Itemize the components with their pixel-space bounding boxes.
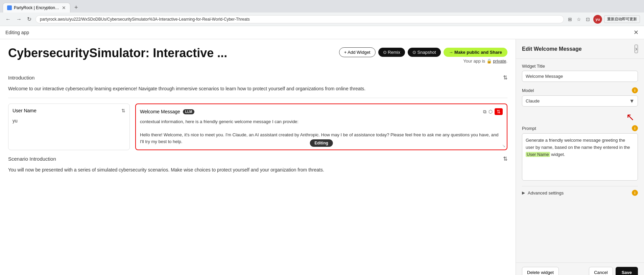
app-layout: CybersecuritySimulator: Interactive ... … — [0, 39, 644, 275]
url-bar[interactable]: partyrock.aws/u/yu222/WxSDoDBUs/Cybersec… — [35, 15, 564, 23]
prompt-info-icon[interactable]: i — [632, 125, 638, 131]
prompt-textarea[interactable]: Generate a friendly welcome message gree… — [522, 133, 638, 181]
tab-bar: PartyRock | Encryption Decry... ✕ + — [0, 0, 644, 13]
resize-handle[interactable]: ↘ — [502, 143, 505, 148]
cancel-button[interactable]: Cancel — [589, 267, 613, 275]
make-public-button[interactable]: → Make public and Share — [444, 48, 508, 57]
app-header: CybersecuritySimulator: Interactive ... … — [8, 46, 507, 64]
extensions-icon[interactable]: ⊡ — [585, 15, 591, 23]
scenario-section: Scenario Introduction ⇅ You will now be … — [8, 150, 507, 179]
model-field-group: Model i Claude Titan Llama ▼ — [522, 87, 638, 107]
refresh-button[interactable]: ↻ — [26, 15, 33, 24]
widget-title-input[interactable] — [522, 71, 638, 82]
red-arrow-annotation: ↙ — [626, 112, 635, 124]
advanced-settings-label: Advanced settings — [528, 190, 564, 196]
app-title: CybersecuritySimulator: Interactive ... — [8, 46, 227, 60]
prompt-highlight: User Name — [526, 152, 550, 157]
translate-icon[interactable]: ⊞ — [567, 15, 573, 23]
widget-title-field-group: Widget Title — [522, 64, 638, 82]
user-name-input[interactable] — [13, 117, 125, 125]
editing-bar-label: Editing app — [5, 30, 29, 35]
back-button[interactable]: ← — [4, 15, 12, 24]
introduction-section: Introduction ⇅ Welcome to our interactiv… — [8, 69, 507, 98]
profile-button[interactable]: yu — [593, 15, 602, 24]
editing-badge: Editing — [310, 139, 333, 147]
prompt-text-before: Generate a friendly welcome message gree… — [526, 138, 631, 150]
prompt-text-after: widget. — [550, 152, 565, 157]
new-tab-button[interactable]: + — [72, 3, 81, 13]
scenario-text: You will now be presented with a series … — [8, 166, 507, 174]
snapshot-button[interactable]: ⊙ Snapshot — [408, 48, 441, 57]
model-label-row: Model i — [522, 87, 638, 93]
welcome-message-widget-controls: ⧉ ⬡ ⇅ — [483, 108, 503, 115]
right-panel: Edit Welcome Message › Widget Title Mode… — [516, 39, 644, 275]
scenario-edit-icon[interactable]: ⇅ — [503, 156, 507, 162]
widget-grid: User Name ⇅ Welcome Message LLM ⧉ ⬡ — [8, 104, 507, 150]
model-info-icon[interactable]: i — [632, 87, 638, 93]
user-name-widget-title: User Name — [13, 108, 37, 113]
add-widget-button[interactable]: + Add Widget — [339, 47, 376, 57]
settings-icon[interactable]: ⇅ — [495, 108, 503, 115]
user-name-settings-icon[interactable]: ⇅ — [121, 108, 125, 113]
advanced-settings-arrow-icon: ▶ — [522, 190, 525, 195]
model-label: Model — [522, 88, 534, 93]
welcome-text-line1: contextual information, here is a friend… — [140, 119, 299, 124]
scenario-header: Scenario Introduction ⇅ — [8, 156, 507, 162]
profile-initials: yu — [596, 17, 600, 21]
panel-footer: Delete widget Cancel Save — [516, 262, 644, 275]
remix-button[interactable]: ⊙ Remix — [378, 48, 405, 57]
welcome-message-widget-header: Welcome Message LLM ⧉ ⬡ ⇅ — [140, 108, 503, 115]
privacy-note: Your app is 🔒 private. — [463, 59, 507, 64]
delete-widget-button[interactable]: Delete widget — [522, 267, 559, 275]
browser-actions: ⊞ ☆ ⊡ yu 重新启动即可更新 — [567, 15, 640, 24]
user-name-widget-header: User Name ⇅ — [13, 108, 125, 113]
url-text: partyrock.aws/u/yu222/WxSDoDBUs/Cybersec… — [40, 17, 250, 22]
update-button[interactable]: 重新启动即可更新 — [604, 15, 640, 23]
welcome-message-widget-title: Welcome Message — [140, 109, 180, 114]
share-icon[interactable]: ⬡ — [488, 108, 493, 115]
model-select-wrap: Claude Titan Llama ▼ — [522, 95, 638, 107]
panel-header: Edit Welcome Message › — [516, 39, 644, 59]
widget-title-label-row: Widget Title — [522, 64, 638, 69]
advanced-settings-row[interactable]: ▶ Advanced settings i — [522, 186, 638, 199]
footer-right-buttons: Cancel Save — [589, 267, 638, 275]
editing-bar: Editing app ✕ — [0, 26, 644, 39]
bookmark-icon[interactable]: ☆ — [575, 15, 582, 23]
forward-button[interactable]: → — [15, 15, 23, 24]
editing-bar-close-button[interactable]: ✕ — [634, 29, 639, 36]
user-name-widget: User Name ⇅ — [8, 104, 130, 150]
introduction-title: Introduction — [8, 75, 34, 81]
welcome-message-widget: Welcome Message LLM ⧉ ⬡ ⇅ contextual inf… — [135, 104, 507, 150]
model-select[interactable]: Claude Titan Llama — [522, 95, 638, 107]
copy-icon[interactable]: ⧉ — [483, 108, 486, 115]
prompt-field-group: Prompt i Generate a friendly welcome mes… — [522, 125, 638, 181]
widget-title-label: Widget Title — [522, 64, 545, 69]
tab-favicon — [7, 5, 12, 10]
header-buttons: + Add Widget ⊙ Remix ⊙ Snapshot → Make p… — [339, 46, 507, 57]
content-area: CybersecuritySimulator: Interactive ... … — [0, 39, 516, 275]
llm-badge: LLM — [183, 109, 195, 114]
address-bar: ← → ↻ partyrock.aws/u/yu222/WxSDoDBUs/Cy… — [0, 13, 644, 26]
user-name-widget-controls: ⇅ — [121, 108, 125, 113]
privacy-link[interactable]: private — [493, 59, 506, 64]
panel-collapse-button[interactable]: › — [635, 45, 638, 53]
tab-title: PartyRock | Encryption Decry... — [14, 5, 60, 10]
prompt-label-row: Prompt i — [522, 125, 638, 131]
prompt-label: Prompt — [522, 126, 536, 131]
panel-body: Widget Title Model i Claude Titan Llama … — [516, 59, 644, 262]
active-tab[interactable]: PartyRock | Encryption Decry... ✕ — [3, 3, 70, 13]
panel-title: Edit Welcome Message — [522, 46, 582, 52]
introduction-text: Welcome to our interactive cybersecurity… — [8, 85, 507, 92]
browser-chrome: PartyRock | Encryption Decry... ✕ + ← → … — [0, 0, 644, 26]
scenario-title: Scenario Introduction — [8, 156, 56, 162]
advanced-settings-info-icon[interactable]: i — [632, 190, 638, 196]
introduction-edit-icon[interactable]: ⇅ — [503, 74, 507, 81]
save-button[interactable]: Save — [616, 267, 638, 275]
introduction-header: Introduction ⇅ — [8, 74, 507, 81]
tab-close-icon[interactable]: ✕ — [62, 5, 66, 10]
